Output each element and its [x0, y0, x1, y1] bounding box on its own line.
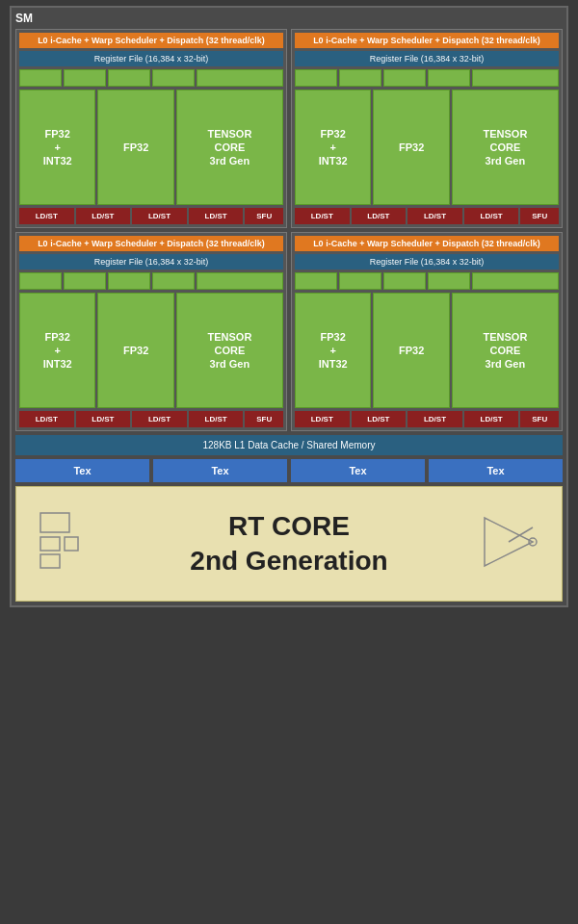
reg-file-q3: Register File (16,384 x 32-bit): [19, 254, 283, 270]
quadrant-top-left: L0 i-Cache + Warp Scheduler + Dispatch (…: [15, 29, 287, 228]
small-blocks-row-q2: [295, 69, 559, 87]
small-blocks-row-q1: [19, 69, 283, 87]
sm-label: SM: [15, 12, 563, 25]
tex-block-4: Tex: [429, 459, 563, 482]
fp32-int32-q1: FP32+INT32: [19, 90, 95, 205]
ldst-q2-1: LD/ST: [295, 208, 350, 224]
rt-core-gen: 2nd Generation: [190, 546, 387, 576]
l0-bar-q2: L0 i-Cache + Warp Scheduler + Dispatch (…: [295, 33, 559, 48]
small-block: [295, 272, 337, 290]
bottom-units-q1: LD/ST LD/ST LD/ST LD/ST SFU: [19, 208, 283, 224]
rt-core-diagram-right: [475, 508, 542, 579]
small-block-wide: [472, 69, 559, 87]
sfu-q4: SFU: [520, 411, 559, 427]
ldst-q3-4: LD/ST: [189, 411, 244, 427]
rt-core-label: RT CORE: [228, 511, 350, 541]
small-blocks-row-q3: [19, 272, 283, 290]
ldst-q2-2: LD/ST: [352, 208, 407, 224]
svg-rect-0: [40, 513, 69, 532]
bottom-units-q3: LD/ST LD/ST LD/ST LD/ST SFU: [19, 411, 283, 427]
reg-file-q2: Register File (16,384 x 32-bit): [295, 51, 559, 66]
tensor-core-q3: TENSORCORE3rd Gen: [176, 293, 283, 408]
sfu-q2: SFU: [520, 208, 559, 224]
ldst-q1-2: LD/ST: [76, 208, 131, 224]
small-blocks-row-q4: [295, 272, 559, 290]
small-block: [64, 69, 106, 87]
quadrant-bottom-left: L0 i-Cache + Warp Scheduler + Dispatch (…: [15, 232, 287, 431]
tensor-core-q4: TENSORCORE3rd Gen: [452, 293, 559, 408]
quadrant-bottom-right: L0 i-Cache + Warp Scheduler + Dispatch (…: [291, 232, 563, 431]
l0-bar-q4: L0 i-Cache + Warp Scheduler + Dispatch (…: [295, 236, 559, 251]
small-block-wide: [197, 69, 283, 87]
small-block: [108, 272, 150, 290]
main-blocks-q2: FP32+INT32 FP32 TENSORCORE3rd Gen: [295, 90, 559, 205]
tex-block-2: Tex: [153, 459, 287, 482]
fp32-int32-q4: FP32+INT32: [295, 293, 371, 408]
fp32-q4: FP32: [373, 293, 449, 408]
small-block: [383, 69, 426, 87]
ldst-q3-1: LD/ST: [19, 411, 74, 427]
fp32-int32-q2: FP32+INT32: [295, 90, 371, 205]
main-blocks-q3: FP32+INT32 FP32 TENSORCORE3rd Gen: [19, 293, 283, 408]
l0-bar-q3: L0 i-Cache + Warp Scheduler + Dispatch (…: [19, 236, 283, 251]
fp32-q1: FP32: [97, 90, 173, 205]
fp32-q3: FP32: [97, 293, 173, 408]
bottom-units-q4: LD/ST LD/ST LD/ST LD/ST SFU: [295, 411, 559, 427]
sfu-q3: SFU: [245, 411, 283, 427]
fp32-int32-q3: FP32+INT32: [19, 293, 95, 408]
small-block: [108, 69, 150, 87]
small-block-wide: [197, 272, 283, 290]
rt-core-text: RT CORE 2nd Generation: [190, 509, 387, 579]
bottom-units-q2: LD/ST LD/ST LD/ST LD/ST SFU: [295, 208, 559, 224]
ldst-q4-3: LD/ST: [407, 411, 462, 427]
sm-container: SM L0 i-Cache + Warp Scheduler + Dispatc…: [10, 6, 568, 607]
small-block: [152, 272, 195, 290]
small-block: [64, 272, 106, 290]
ldst-q4-4: LD/ST: [464, 411, 519, 427]
tensor-core-q1: TENSORCORE3rd Gen: [176, 90, 283, 205]
small-block: [383, 272, 426, 290]
small-block: [152, 69, 195, 87]
quadrant-top-right: L0 i-Cache + Warp Scheduler + Dispatch (…: [291, 29, 563, 228]
ldst-q1-4: LD/ST: [189, 208, 244, 224]
sfu-q1: SFU: [245, 208, 283, 224]
small-block: [19, 272, 62, 290]
svg-rect-3: [65, 537, 78, 551]
small-block: [339, 272, 381, 290]
small-block: [339, 69, 381, 87]
ldst-q4-2: LD/ST: [352, 411, 407, 427]
fp32-q2: FP32: [373, 90, 449, 205]
ldst-q4-1: LD/ST: [295, 411, 350, 427]
main-blocks-q4: FP32+INT32 FP32 TENSORCORE3rd Gen: [295, 293, 559, 408]
reg-file-q4: Register File (16,384 x 32-bit): [295, 254, 559, 270]
rt-core-section: RT CORE 2nd Generation: [15, 486, 563, 602]
l0-bar-q1: L0 i-Cache + Warp Scheduler + Dispatch (…: [19, 33, 283, 48]
l1-cache-bar: 128KB L1 Data Cache / Shared Memory: [15, 435, 563, 455]
ldst-q2-3: LD/ST: [407, 208, 462, 224]
quadrants-grid: L0 i-Cache + Warp Scheduler + Dispatch (…: [15, 29, 563, 431]
ldst-q2-4: LD/ST: [464, 208, 519, 224]
small-block: [19, 69, 62, 87]
rt-core-diagram-left: [36, 503, 113, 584]
tensor-core-q2: TENSORCORE3rd Gen: [452, 90, 559, 205]
ldst-q3-2: LD/ST: [76, 411, 131, 427]
main-blocks-q1: FP32+INT32 FP32 TENSORCORE3rd Gen: [19, 90, 283, 205]
ldst-q1-3: LD/ST: [132, 208, 187, 224]
ldst-q3-3: LD/ST: [132, 411, 187, 427]
small-block: [428, 69, 470, 87]
small-block: [295, 69, 337, 87]
tex-row: Tex Tex Tex Tex: [15, 459, 563, 482]
small-block: [428, 272, 470, 290]
tex-block-1: Tex: [15, 459, 149, 482]
small-block-wide: [472, 272, 559, 290]
ldst-q1-1: LD/ST: [19, 208, 74, 224]
reg-file-q1: Register File (16,384 x 32-bit): [19, 51, 283, 66]
tex-block-3: Tex: [291, 459, 425, 482]
svg-rect-1: [40, 537, 60, 551]
svg-rect-2: [40, 554, 60, 568]
